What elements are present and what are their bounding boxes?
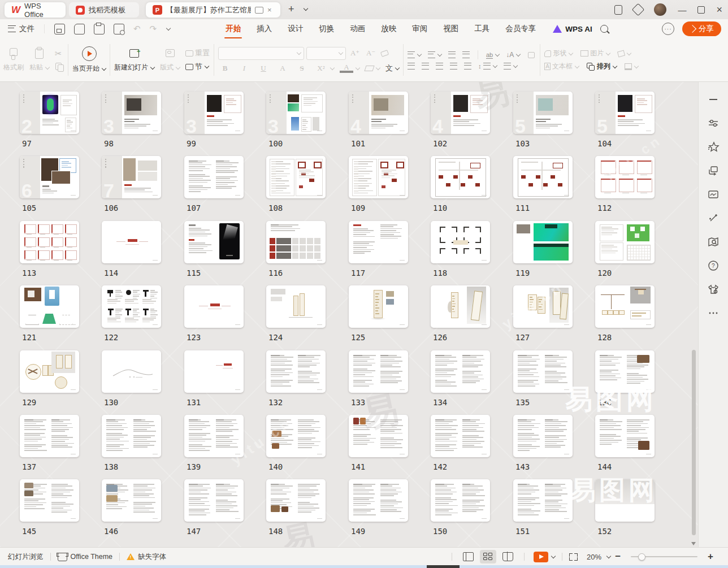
tab-list-chevron-icon[interactable] [304, 6, 308, 11]
pinyin-guide-button[interactable]: 文 [385, 63, 399, 73]
slide-thumbnail[interactable] [513, 415, 573, 457]
slide-thumbnail[interactable] [349, 479, 408, 522]
wps-ai-button[interactable]: WPS AI [553, 25, 592, 33]
tab-tools[interactable]: 工具 [466, 20, 497, 38]
slide-thumbnail[interactable] [431, 415, 490, 457]
font-size-combobox[interactable] [306, 47, 346, 60]
slide-sorter-area[interactable]: 2973983993100410141025103510461057106107… [0, 82, 699, 547]
arrange-button[interactable]: 排列 [587, 62, 617, 71]
view-mode-label[interactable]: 幻灯片浏览 [8, 552, 44, 562]
font-color-button[interactable]: A [340, 63, 359, 73]
slide-thumbnail[interactable] [20, 221, 79, 263]
slide-thumbnail[interactable] [184, 221, 244, 263]
tab-membership[interactable]: 会员专享 [497, 20, 544, 38]
magic-wand-icon[interactable] [707, 212, 720, 224]
slide-thumbnail[interactable] [431, 285, 490, 328]
clear-format-icon[interactable] [380, 49, 390, 58]
slide-thumbnail[interactable] [266, 479, 326, 522]
slide-thumbnail[interactable] [431, 221, 490, 263]
play-from-current-button[interactable]: 当页开始 [72, 46, 106, 73]
slide-thumbnail[interactable] [595, 350, 655, 393]
save-icon[interactable] [54, 24, 65, 34]
help-icon[interactable]: ? [707, 259, 720, 272]
highlight-color-button[interactable] [365, 66, 380, 71]
slide-thumbnail[interactable] [102, 350, 161, 393]
more-options-icon[interactable]: ··· [662, 23, 674, 35]
slide-thumbnail[interactable]: 3 [184, 92, 244, 134]
search-icon[interactable] [600, 25, 608, 33]
slide-thumbnail[interactable] [266, 221, 326, 263]
text-direction-button[interactable]: ↓A [506, 51, 520, 59]
slide-thumbnail[interactable]: 4 [349, 92, 408, 134]
slide-thumbnail[interactable]: 2 [20, 92, 79, 134]
undo-icon[interactable]: ↶ [133, 24, 141, 34]
slide-thumbnail[interactable] [102, 415, 161, 457]
play-options-chevron-icon[interactable] [551, 554, 556, 558]
output-icon[interactable] [74, 24, 85, 34]
collapse-panel-icon[interactable] [707, 93, 720, 106]
slide-thumbnail[interactable]: 5 [595, 92, 655, 134]
tab-insert[interactable]: 插入 [249, 20, 280, 38]
slide-thumbnail[interactable] [349, 156, 408, 198]
slide-thumbnail[interactable] [20, 350, 79, 393]
format-object-button[interactable] [625, 63, 638, 70]
reset-slide-button[interactable]: 重置 [185, 48, 210, 58]
italic-button[interactable]: I [237, 64, 251, 73]
textbox-button[interactable]: A文本框 [544, 62, 579, 71]
slide-thumbnail[interactable] [184, 350, 244, 393]
redo-icon[interactable]: ↷ [150, 24, 157, 34]
section-button[interactable]: 节 [185, 62, 210, 72]
slide-thumbnail[interactable] [102, 285, 161, 328]
slide-thumbnail[interactable]: 3 [266, 92, 326, 134]
slide-sorter-view-button[interactable] [480, 550, 496, 563]
paragraph-settings-button[interactable] [504, 63, 517, 70]
missing-font-warning[interactable]: 缺失字体 [138, 552, 166, 562]
slide-thumbnail[interactable] [266, 156, 326, 198]
strikethrough-button[interactable]: S [295, 64, 309, 73]
slide-thumbnail[interactable] [20, 479, 79, 522]
slide-thumbnail[interactable]: 3 [102, 92, 161, 134]
scroll-down-arrow-icon[interactable] [691, 542, 696, 545]
align-left-icon[interactable] [408, 63, 415, 70]
slide-thumbnail[interactable] [102, 221, 161, 263]
align-center-icon[interactable] [422, 63, 429, 70]
slide-thumbnail[interactable] [266, 285, 326, 328]
slide-thumbnail[interactable]: 5 [513, 92, 573, 134]
user-avatar[interactable] [654, 3, 666, 16]
paste-button[interactable]: 粘贴 [29, 47, 49, 72]
zoom-slider[interactable] [631, 556, 697, 557]
slide-thumbnail[interactable] [20, 415, 79, 457]
justify-icon[interactable] [450, 63, 457, 70]
copy-icon[interactable] [55, 62, 64, 71]
slide-thumbnail[interactable] [266, 415, 326, 457]
slide-thumbnail[interactable] [184, 479, 244, 522]
tab-design[interactable]: 设计 [280, 20, 311, 38]
slide-thumbnail[interactable]: 4 [431, 92, 490, 134]
numbering-button[interactable] [428, 51, 441, 58]
reading-view-button[interactable] [502, 552, 513, 561]
maximize-button[interactable] [697, 6, 705, 14]
new-slide-button[interactable]: + 新建幻灯片 [114, 47, 154, 72]
print-icon[interactable] [94, 24, 105, 34]
superscript-button[interactable]: X² [314, 64, 334, 73]
slide-thumbnail[interactable] [266, 350, 326, 393]
bullets-button[interactable] [408, 51, 421, 58]
slide-thumbnail[interactable] [184, 415, 244, 457]
underline-button[interactable]: U [257, 64, 270, 73]
fill-color-button[interactable] [618, 51, 631, 57]
zoom-slider-knob[interactable] [638, 553, 645, 561]
toolbar-more-chevron-icon[interactable] [166, 26, 171, 31]
tab-docer-templates[interactable]: 找稻壳模板 [69, 2, 139, 18]
slideshow-play-button[interactable] [534, 552, 548, 562]
share-button[interactable]: 分享 [682, 21, 721, 36]
zoom-level-value[interactable]: 20% [587, 553, 601, 561]
character-spacing-button[interactable]: ab [486, 51, 499, 59]
fit-slide-icon[interactable] [569, 553, 578, 561]
slide-thumbnail[interactable] [20, 285, 79, 328]
office-theme-label[interactable]: Office Theme [71, 553, 113, 561]
tab-close-icon[interactable]: × [267, 6, 272, 14]
increase-indent-icon[interactable] [462, 51, 470, 58]
slide-thumbnail[interactable] [184, 285, 244, 328]
slide-thumbnail[interactable] [513, 285, 573, 328]
find-in-map-icon[interactable] [707, 236, 720, 248]
